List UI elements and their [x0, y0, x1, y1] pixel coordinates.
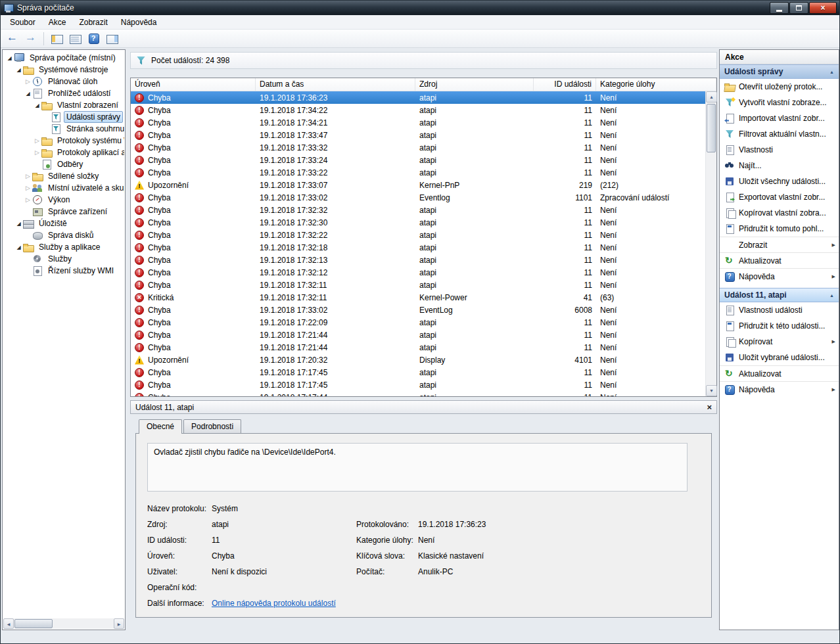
forward-button[interactable] [22, 31, 39, 47]
back-button[interactable] [3, 31, 20, 47]
expand-icon[interactable]: ▷ [33, 149, 41, 156]
event-row[interactable]: Chyba19.1.2018 17:33:47atapi11Není [131, 129, 705, 141]
action-item[interactable]: Přidružit k této události... [720, 318, 839, 334]
event-row[interactable]: Chyba19.1.2018 17:32:13atapi11Není [131, 254, 705, 266]
events-vertical-scrollbar[interactable]: ▲ ▼ [705, 91, 716, 396]
action-item[interactable]: Přidružit k tomuto pohl... [720, 221, 839, 237]
event-row[interactable]: Upozornění19.1.2018 17:20:32Display4101N… [131, 354, 705, 366]
scroll-left-button[interactable]: ◀ [3, 618, 14, 629]
scroll-up-button[interactable]: ▲ [706, 91, 717, 103]
column-header[interactable]: Datum a čas [256, 78, 415, 91]
action-item[interactable]: Vlastnosti události [720, 302, 839, 318]
tree-item[interactable]: ◢Systémové nástroje [3, 64, 124, 76]
tree-item[interactable]: Stránka souhrnu [3, 123, 124, 135]
event-row[interactable]: Chyba19.1.2018 17:17:45atapi11Není [131, 366, 705, 379]
action-group-header[interactable]: Událost 11, atapi▲ [720, 288, 839, 302]
event-row[interactable]: Chyba19.1.2018 17:33:32atapi11Není [131, 141, 705, 154]
action-item[interactable]: Najít... [720, 158, 839, 173]
title-bar[interactable]: Správa počítače × [1, 1, 839, 15]
action-item[interactable]: Filtrovat aktuální vlastn... [720, 126, 839, 142]
event-row[interactable]: Chyba19.1.2018 17:32:22atapi11Není [131, 229, 705, 241]
event-row[interactable]: Chyba19.1.2018 17:21:44atapi11Není [131, 329, 705, 341]
event-row[interactable]: Chyba19.1.2018 17:33:22atapi11Není [131, 166, 705, 179]
event-row[interactable]: Chyba19.1.2018 17:17:45atapi11Není [131, 379, 705, 391]
menu-item[interactable]: Nápověda [114, 16, 164, 29]
action-item[interactable]: Vlastnosti [720, 142, 839, 158]
scroll-down-button[interactable]: ▼ [706, 385, 717, 396]
collapse-icon[interactable]: ◢ [14, 244, 23, 250]
tree-horizontal-scrollbar[interactable]: ◀ ▶ [3, 618, 124, 629]
tree-item[interactable]: ▷Výkon [3, 194, 124, 206]
collapse-icon[interactable]: ◢ [33, 103, 41, 108]
action-item[interactable]: Zobrazit▶ [720, 237, 839, 252]
action-item[interactable]: Aktualizovat [720, 365, 839, 381]
show-hide-console-tree-button[interactable] [49, 31, 66, 47]
action-item[interactable]: Otevřít uložený protok... [720, 79, 839, 95]
menu-item[interactable]: Akce [42, 16, 73, 29]
action-item[interactable]: Kopírovat vlastní zobra... [720, 205, 839, 221]
event-row[interactable]: Upozornění19.1.2018 17:33:07Kernel-PnP21… [131, 179, 705, 191]
action-item[interactable]: Exportovat vlastní zobr... [720, 189, 839, 205]
minimize-button[interactable] [770, 2, 789, 14]
event-row[interactable]: Chyba19.1.2018 17:34:21atapi11Není [131, 116, 705, 129]
scroll-right-button[interactable]: ▶ [114, 618, 124, 629]
event-row[interactable]: Chyba19.1.2018 17:33:02Eventlog1101Zprac… [131, 191, 705, 204]
event-row[interactable]: Chyba19.1.2018 17:32:32atapi11Není [131, 204, 705, 216]
export-list-button[interactable] [67, 31, 84, 47]
action-group-header[interactable]: Události správy▲ [720, 64, 839, 79]
event-row[interactable]: Chyba19.1.2018 17:32:12atapi11Není [131, 266, 705, 279]
action-item[interactable]: Aktualizovat [720, 252, 839, 268]
expand-icon[interactable]: ▷ [24, 78, 32, 85]
tree-item[interactable]: Služby [3, 253, 124, 265]
event-row[interactable]: Chyba19.1.2018 17:33:24atapi11Není [131, 154, 705, 166]
tree-item[interactable]: ▷Sdílené složky [3, 170, 124, 182]
event-row[interactable]: Kritická19.1.2018 17:32:11Kernel-Power41… [131, 291, 705, 304]
event-row[interactable]: Chyba19.1.2018 17:21:44atapi11Není [131, 341, 705, 354]
event-row[interactable]: Chyba19.1.2018 17:36:23atapi11Není [131, 91, 705, 104]
collapse-icon[interactable]: ◢ [24, 91, 32, 97]
tree-item[interactable]: ◢Úložiště [3, 218, 124, 229]
action-item[interactable]: Nápověda▶ [720, 268, 839, 284]
tree-item[interactable]: Řízení služby WMI [3, 265, 124, 277]
event-row[interactable]: Chyba19.1.2018 17:22:09atapi11Není [131, 316, 705, 329]
menu-item[interactable]: Zobrazit [72, 16, 114, 29]
tree-item[interactable]: ◢Prohlížeč událostí [3, 87, 124, 99]
action-item[interactable]: Kopírovat▶ [720, 334, 839, 350]
event-row[interactable]: Chyba19.1.2018 17:32:30atapi11Není [131, 216, 705, 229]
expand-icon[interactable]: ▷ [24, 173, 32, 179]
tree-item[interactable]: ▷Místní uživatelé a skupi [3, 182, 124, 194]
tree-item[interactable]: Správa disků [3, 229, 124, 241]
scrollbar-thumb[interactable] [14, 619, 53, 628]
tree-item[interactable]: Události správy [3, 111, 124, 123]
event-row[interactable]: Chyba19.1.2018 17:17:44atapi11Není [131, 391, 705, 396]
maximize-button[interactable] [789, 2, 808, 14]
column-header[interactable]: Úroveň [131, 78, 256, 91]
event-row[interactable]: Chyba19.1.2018 17:32:18atapi11Není [131, 241, 705, 254]
expand-icon[interactable]: ▷ [24, 196, 32, 203]
action-item[interactable]: Importovat vlastní zobr... [720, 110, 839, 126]
action-item[interactable]: Vytvořit vlastní zobraze... [720, 95, 839, 110]
expand-icon[interactable]: ▷ [24, 185, 32, 191]
scrollbar-thumb[interactable] [707, 104, 716, 152]
event-help-link[interactable]: Online nápověda protokolu událostí [212, 599, 336, 608]
close-button[interactable]: × [809, 2, 837, 14]
show-hide-action-pane-button[interactable] [104, 31, 121, 47]
tree-item[interactable]: Odběry [3, 158, 124, 170]
action-item[interactable]: Nápověda▶ [720, 381, 839, 397]
action-item[interactable]: Uložit vybrané události... [720, 350, 839, 365]
action-item[interactable]: Uložit všechny události... [720, 173, 839, 189]
event-row[interactable]: Chyba19.1.2018 17:33:02EventLog6008Není [131, 304, 705, 316]
menu-item[interactable]: Soubor [3, 16, 42, 29]
collapse-icon[interactable]: ◢ [14, 221, 23, 227]
help-button[interactable] [85, 31, 103, 47]
collapse-icon[interactable]: ◢ [5, 55, 14, 61]
preview-close-icon[interactable]: × [707, 403, 712, 412]
tree-item[interactable]: ◢Služby a aplikace [3, 241, 124, 253]
tree-item[interactable]: ▷Plánovač úloh [3, 76, 124, 87]
tree-item[interactable]: ▷Protokoly aplikací a [3, 147, 124, 158]
expand-icon[interactable]: ▷ [33, 137, 41, 144]
preview-tab[interactable]: Obecné [139, 419, 182, 434]
tree-item[interactable]: ▷Protokoly systému W [3, 135, 124, 147]
preview-tab[interactable]: Podrobnosti [183, 419, 241, 433]
column-header[interactable]: ID události [534, 78, 596, 91]
